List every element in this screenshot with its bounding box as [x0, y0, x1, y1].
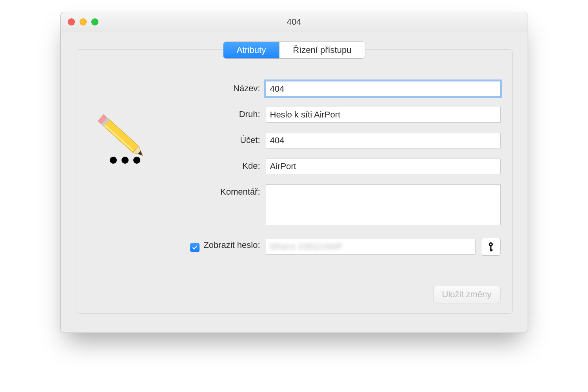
label-show-password: Zobrazit heslo: — [203, 240, 260, 250]
svg-rect-9 — [490, 249, 492, 250]
key-icon — [487, 242, 495, 252]
label-where: Kde: — [154, 159, 266, 171]
window-title: 404 — [61, 17, 528, 27]
label-kind: Druh: — [154, 107, 266, 119]
svg-rect-10 — [490, 250, 492, 251]
keychain-item-window: 404 Atributy Řízení přístupu — [60, 12, 528, 333]
account-input[interactable] — [266, 133, 501, 148]
minimize-window-button[interactable] — [80, 18, 87, 25]
tab-attributes[interactable]: Atributy — [223, 42, 279, 58]
close-window-button[interactable] — [68, 18, 75, 25]
save-changes-button[interactable]: Uložit změny — [433, 286, 501, 303]
label-name: Název: — [154, 81, 266, 94]
svg-point-7 — [490, 244, 492, 245]
password-input[interactable]: Mhers 030219MF — [266, 239, 475, 255]
tab-access-control[interactable]: Řízení přístupu — [279, 42, 365, 58]
password-generator-button[interactable] — [481, 238, 501, 256]
kind-input[interactable] — [266, 107, 501, 123]
comment-input[interactable] — [266, 184, 501, 225]
name-input[interactable] — [266, 81, 501, 97]
label-comment: Komentář: — [154, 184, 266, 197]
show-password-checkbox[interactable] — [190, 243, 200, 252]
titlebar: 404 — [61, 12, 528, 32]
label-account: Účet: — [154, 133, 266, 145]
content-panel: Atributy Řízení přístupu — [76, 49, 513, 314]
password-value: Mhers 030219MF — [270, 242, 343, 252]
zoom-window-button[interactable] — [91, 18, 98, 25]
attributes-form: Název: Druh: Účet: — [88, 81, 501, 266]
where-input[interactable] — [266, 159, 501, 174]
window-controls — [68, 18, 98, 25]
tab-bar: Atributy Řízení přístupu — [223, 42, 365, 59]
